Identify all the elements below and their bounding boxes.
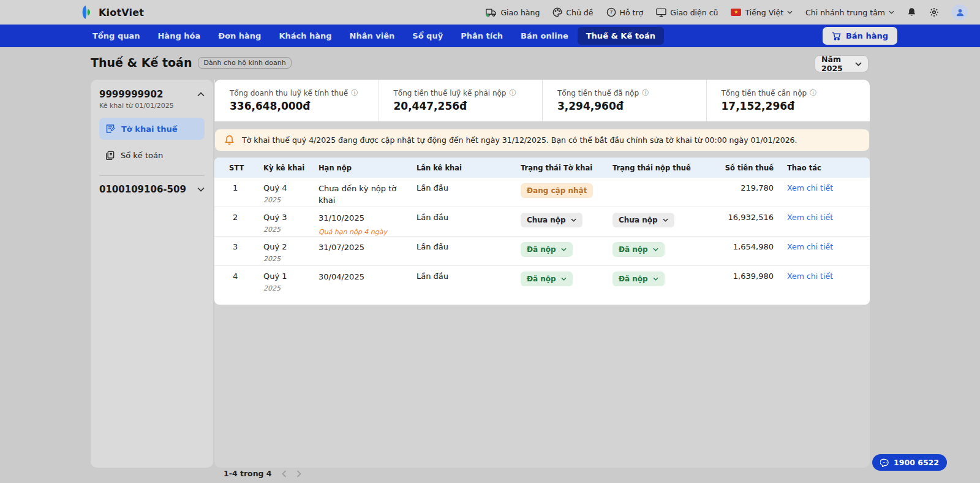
stat-card: Tổng tiền thuế cần nộp ⓘ 17,152,296đ <box>706 80 870 121</box>
payment-status-pill[interactable]: Đã nộp <box>612 242 665 257</box>
stat-label: Tổng tiền thuế đã nộp <box>557 89 639 97</box>
declaration-status-label: Đã nộp <box>527 275 556 283</box>
stat-card: Tổng tiền thuế luỹ kế phải nộp ⓘ 20,447,… <box>379 80 543 121</box>
branch-selector[interactable]: Chi nhánh trung tâm <box>805 8 894 17</box>
sidebar-item-tax-declaration[interactable]: Tờ khai thuế <box>99 118 205 140</box>
language-selector[interactable]: ★ Tiếng Việt <box>731 8 793 17</box>
nav-item[interactable]: Sổ quỹ <box>404 27 451 45</box>
support-menu[interactable]: ? Hỗ trợ <box>606 7 644 17</box>
sidebar-item-label: Tờ khai thuế <box>121 124 178 134</box>
chevron-down-icon <box>889 10 894 14</box>
col-stt: STT <box>229 164 263 172</box>
col-deadline: Hạn nộp <box>318 164 417 172</box>
stat-value: 3,294,960đ <box>557 100 706 112</box>
delivery-menu[interactable]: Giao hàng <box>486 8 540 17</box>
tax-amount: 1,639,980 <box>723 272 787 281</box>
pagination: 1-4 trong 4 <box>224 469 301 478</box>
payment-status-label: Đã nộp <box>619 275 648 283</box>
nav-item[interactable]: Khách hàng <box>270 27 340 45</box>
nav-item[interactable]: Phân tích <box>452 27 511 45</box>
nav-item[interactable]: Bán online <box>512 27 577 45</box>
nav-item[interactable]: Đơn hàng <box>209 27 270 45</box>
pagination-next-button[interactable] <box>296 470 301 477</box>
sell-button[interactable]: Bán hàng <box>823 27 897 45</box>
declaration-status-cell: Chưa nộp <box>521 213 612 227</box>
stat-label: Tổng tiền thuế luỹ kế phải nộp <box>394 89 507 97</box>
theme-menu[interactable]: Chủ đề <box>552 7 593 17</box>
settings-button[interactable] <box>929 7 939 17</box>
attempt-cell: Lần đầu <box>417 183 521 192</box>
pagination-prev-button[interactable] <box>282 470 287 477</box>
row-index: 3 <box>229 242 263 251</box>
theme-label: Chủ đề <box>566 8 593 17</box>
payment-status-label: Đã nộp <box>619 245 648 254</box>
declaration-status-pill[interactable]: Đã nộp <box>521 242 573 257</box>
deadline-text: 30/04/2025 <box>318 272 405 283</box>
view-detail-link[interactable]: Xem chi tiết <box>787 242 833 251</box>
info-icon[interactable]: ⓘ <box>810 88 816 97</box>
support-hotline-button[interactable]: 1900 6522 <box>872 454 947 471</box>
tax-account-2-id: 0100109106-509 <box>99 184 186 195</box>
declaration-status-pill[interactable]: Đang cập nhật <box>521 183 593 198</box>
deadline-text: 31/07/2025 <box>318 242 405 254</box>
nav-item[interactable]: Thuế & Kế toán <box>578 27 664 45</box>
nav-item[interactable]: Nhân viên <box>341 27 404 45</box>
col-amount: Số tiền thuế <box>723 164 787 172</box>
period-cell: Quý 2 2025 <box>263 242 318 263</box>
chevron-down-icon <box>787 10 793 14</box>
user-avatar[interactable] <box>952 4 968 20</box>
stat-label: Tổng tiền thuế cần nộp <box>722 89 807 97</box>
payment-status-pill[interactable]: Đã nộp <box>612 272 665 286</box>
legacy-ui-menu[interactable]: Giao diện cũ <box>656 8 718 17</box>
period-year: 2025 <box>263 196 318 204</box>
alert-bell-icon <box>224 135 235 146</box>
info-icon[interactable]: ⓘ <box>351 88 358 97</box>
deadline-cell: 31/07/2025 <box>318 242 417 257</box>
books-icon <box>105 151 115 160</box>
nav-item[interactable]: Hàng hóa <box>149 27 209 45</box>
view-detail-link[interactable]: Xem chi tiết <box>787 272 833 281</box>
col-attempt: Lần kê khai <box>417 164 521 172</box>
deadline-text: Chưa đến kỳ nộp tờ khai <box>318 183 405 207</box>
view-detail-link[interactable]: Xem chi tiết <box>787 213 833 222</box>
chevron-up-icon <box>197 92 205 97</box>
info-icon[interactable]: ⓘ <box>509 88 516 97</box>
declaration-status-pill[interactable]: Đã nộp <box>521 272 573 286</box>
language-label: Tiếng Việt <box>745 8 783 17</box>
vietnam-flag-icon: ★ <box>731 9 741 16</box>
sidebar-item-accounting-books[interactable]: Sổ kế toán <box>99 144 205 166</box>
chevron-down-icon <box>561 248 567 251</box>
stat-card: Tổng tiền thuế đã nộp ⓘ 3,294,960đ <box>542 80 706 121</box>
year-filter-select[interactable]: Năm 2025 <box>815 55 869 72</box>
view-detail-link[interactable]: Xem chi tiết <box>787 183 833 192</box>
sidebar-divider <box>99 175 205 176</box>
declaration-status-label: Chưa nộp <box>527 216 566 224</box>
bell-icon <box>907 7 916 17</box>
nav-item[interactable]: Tổng quan <box>84 27 148 45</box>
info-icon[interactable]: ⓘ <box>642 88 649 97</box>
tax-account-2-toggle[interactable]: 0100109106-509 <box>99 184 205 195</box>
col-declaration-status: Trạng thái Tờ khai <box>521 164 612 172</box>
monitor-icon <box>656 8 666 17</box>
update-alert-banner: Tờ khai thuế quý 4/2025 đang được cập nh… <box>215 129 869 151</box>
stats-row: Tổng doanh thu luỹ kế tính thuế ⓘ 336,64… <box>214 80 870 121</box>
tax-amount: 16,932,516 <box>723 213 787 222</box>
payment-status-pill[interactable]: Chưa nộp <box>612 213 674 227</box>
notifications-button[interactable] <box>907 7 916 17</box>
declaration-status-cell: Đã nộp <box>521 272 612 286</box>
period-label: Quý 3 <box>263 213 318 222</box>
kiotviet-logo[interactable]: KiotViet <box>80 5 144 20</box>
declaration-status-label: Đang cập nhật <box>527 186 587 195</box>
table-body: 1 Quý 4 2025 Chưa đến kỳ nộp tờ khai Lần… <box>214 178 870 295</box>
tax-declarations-table: STT Kỳ kê khai Hạn nộp Lần kê khai Trạng… <box>214 158 870 305</box>
sidebar-item-label: Sổ kế toán <box>121 151 163 160</box>
attempt-cell: Lần đầu <box>417 272 521 281</box>
chevron-down-icon <box>653 248 658 251</box>
sell-button-label: Bán hàng <box>846 31 888 40</box>
declaration-status-pill[interactable]: Chưa nộp <box>521 213 582 227</box>
row-index: 1 <box>229 183 263 192</box>
table-header: STT Kỳ kê khai Hạn nộp Lần kê khai Trạng… <box>214 158 870 178</box>
tax-account-1-toggle[interactable]: 9999999902 <box>99 89 205 100</box>
payment-status-cell: Đã nộp <box>612 272 723 286</box>
pagination-summary: 1-4 trong 4 <box>224 469 272 478</box>
